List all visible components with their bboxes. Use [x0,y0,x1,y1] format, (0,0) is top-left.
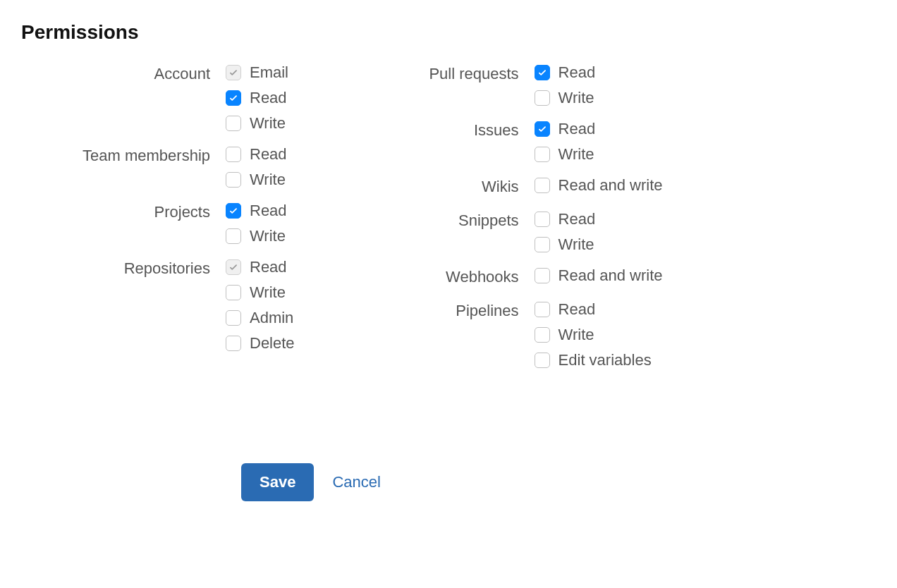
permission-group-pipelines: PipelinesReadWriteEdit variables [351,300,663,369]
option-pull-requests-read: Read [535,63,596,82]
option-webhooks-read-and-write: Read and write [535,267,663,285]
option-label-issues-write: Write [559,145,594,164]
checkbox-projects-write[interactable] [226,228,241,244]
option-repositories-delete: Delete [226,334,295,353]
checkbox-repositories-admin[interactable] [226,310,241,326]
option-label-pull-requests-read: Read [559,63,596,82]
group-label-account: Account [21,63,226,85]
checkbox-issues-read[interactable] [535,121,550,137]
checkbox-snippets-write[interactable] [535,237,550,252]
checkbox-account-read[interactable] [226,90,241,106]
permission-group-issues: IssuesReadWrite [351,120,663,164]
option-label-snippets-read: Read [559,210,596,228]
option-label-projects-write: Write [250,227,286,245]
checkbox-pull-requests-read[interactable] [535,65,550,80]
checkbox-account-write[interactable] [226,116,241,131]
option-label-repositories-write: Write [250,283,286,302]
page-title: Permissions [21,21,876,44]
permissions-column-left: AccountEmailReadWriteTeam membershipRead… [21,63,295,382]
group-label-wikis: Wikis [351,176,535,197]
group-label-pull-requests: Pull requests [351,63,535,85]
option-label-account-read: Read [250,89,287,107]
checkbox-pipelines-read[interactable] [535,302,550,317]
permissions-columns: AccountEmailReadWriteTeam membershipRead… [21,63,876,382]
option-repositories-admin: Admin [226,309,295,327]
permission-group-repositories: RepositoriesReadWriteAdminDelete [21,258,295,353]
checkbox-repositories-delete[interactable] [226,336,241,351]
checkbox-team-membership-read[interactable] [226,147,241,162]
option-repositories-read: Read [226,258,295,276]
option-label-repositories-delete: Delete [250,334,295,353]
option-snippets-read: Read [535,210,596,228]
group-label-repositories: Repositories [21,258,226,279]
option-label-pipelines-read: Read [559,300,596,319]
option-pipelines-read: Read [535,300,652,319]
cancel-button[interactable]: Cancel [332,473,380,491]
checkbox-wikis-read-and-write[interactable] [535,178,550,193]
options-pipelines: ReadWriteEdit variables [535,300,652,369]
option-account-write: Write [226,114,288,133]
checkbox-webhooks-read-and-write[interactable] [535,268,550,283]
permissions-column-right: Pull requestsReadWriteIssuesReadWriteWik… [351,63,663,382]
option-label-issues-read: Read [559,120,596,138]
options-pull-requests: ReadWrite [535,63,596,107]
option-label-account-email: Email [250,63,288,82]
option-label-projects-read: Read [250,202,287,220]
checkbox-account-email [226,65,241,80]
option-label-pipelines-write: Write [559,326,594,344]
checkbox-projects-read[interactable] [226,203,241,219]
option-projects-read: Read [226,202,287,220]
save-button[interactable]: Save [241,463,314,501]
checkbox-pipelines-write[interactable] [535,327,550,343]
option-label-repositories-admin: Admin [250,309,293,327]
group-label-issues: Issues [351,120,535,141]
option-label-pull-requests-write: Write [559,89,594,107]
permission-group-projects: ProjectsReadWrite [21,202,295,245]
option-label-wikis-read-and-write: Read and write [559,176,663,195]
options-repositories: ReadWriteAdminDelete [226,258,295,353]
checkbox-repositories-write[interactable] [226,285,241,300]
options-snippets: ReadWrite [535,210,596,254]
permission-group-webhooks: WebhooksRead and write [351,267,663,288]
option-label-team-membership-write: Write [250,171,286,189]
checkbox-snippets-read[interactable] [535,212,550,227]
option-label-pipelines-edit-variables: Edit variables [559,351,652,369]
group-label-snippets: Snippets [351,210,535,231]
permission-group-snippets: SnippetsReadWrite [351,210,663,254]
option-label-webhooks-read-and-write: Read and write [559,267,663,285]
option-repositories-write: Write [226,283,295,302]
option-snippets-write: Write [535,235,596,254]
option-label-snippets-write: Write [559,235,594,254]
actions-row: Save Cancel [241,463,876,501]
group-label-projects: Projects [21,202,226,223]
option-pipelines-edit-variables: Edit variables [535,351,652,369]
checkbox-team-membership-write[interactable] [226,172,241,188]
checkbox-pull-requests-write[interactable] [535,90,550,106]
options-webhooks: Read and write [535,267,663,285]
option-label-team-membership-read: Read [250,145,287,164]
group-label-webhooks: Webhooks [351,267,535,288]
options-account: EmailReadWrite [226,63,288,133]
option-label-account-write: Write [250,114,286,133]
option-pull-requests-write: Write [535,89,596,107]
group-label-team-membership: Team membership [21,145,226,166]
checkbox-repositories-read [226,259,241,275]
permission-group-wikis: WikisRead and write [351,176,663,197]
option-team-membership-write: Write [226,171,287,189]
option-label-repositories-read: Read [250,258,287,276]
options-wikis: Read and write [535,176,663,195]
option-account-read: Read [226,89,288,107]
options-issues: ReadWrite [535,120,596,164]
checkbox-pipelines-edit-variables[interactable] [535,353,550,368]
options-projects: ReadWrite [226,202,287,245]
option-pipelines-write: Write [535,326,652,344]
option-account-email: Email [226,63,288,82]
option-team-membership-read: Read [226,145,287,164]
permission-group-pull-requests: Pull requestsReadWrite [351,63,663,107]
option-projects-write: Write [226,227,287,245]
option-wikis-read-and-write: Read and write [535,176,663,195]
permission-group-account: AccountEmailReadWrite [21,63,295,133]
permission-group-team-membership: Team membershipReadWrite [21,145,295,189]
checkbox-issues-write[interactable] [535,147,550,162]
option-issues-read: Read [535,120,596,138]
